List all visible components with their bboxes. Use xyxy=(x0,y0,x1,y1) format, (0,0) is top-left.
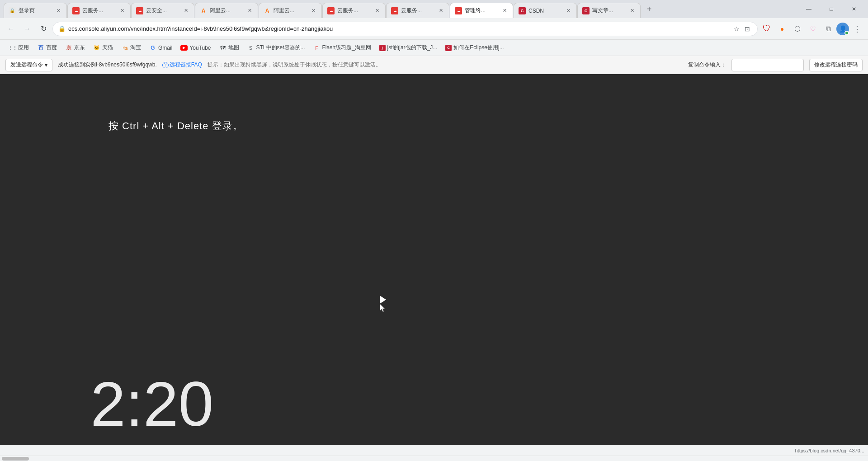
kaspersky-icon[interactable]: 🛡 xyxy=(760,22,774,36)
mouse-cursor xyxy=(380,296,385,304)
address-bar-row: ← → ↻ 🔒 ecs.console.aliyun.com/vnc/index… xyxy=(0,18,868,40)
map-icon: 🗺 xyxy=(219,44,226,52)
bookmark-youtube-label: YouTube xyxy=(189,45,211,51)
cast-icon[interactable]: ⊡ xyxy=(743,24,752,33)
bookmark-gmail-label: Gmail xyxy=(158,45,172,51)
tab-yunfuwu1[interactable]: ☁ 云服务... ✕ xyxy=(67,3,131,18)
tab-title-yunfuwu1: 云服务... xyxy=(82,7,116,14)
tab-title-yunanquan: 云安全... xyxy=(146,7,179,14)
bookmarks-bar: ⋮⋮ 应用 百 百度 京 京东 🐱 天猫 🛍 淘宝 G Gmail ▶ YouT… xyxy=(0,40,868,56)
pink-icon[interactable]: ♡ xyxy=(806,22,820,36)
vnc-tip-text: 提示：如果出现持续黑屏，说明系统处于休眠状态，按任意键可以激活。 xyxy=(208,61,683,69)
tab-favicon-guanliz: ☁ xyxy=(455,7,462,14)
send-cmd-arrow: ▾ xyxy=(45,62,47,68)
bookmark-apps-label: 应用 xyxy=(18,44,29,52)
copy-command-input[interactable] xyxy=(731,59,804,71)
bookmark-stl-label: STL中的set容器的... xyxy=(256,44,305,52)
copy-cmd-label: 复制命令输入： xyxy=(688,61,726,69)
send-remote-command-button[interactable]: 发送远程命令 ▾ xyxy=(5,59,52,71)
bookmark-youtube[interactable]: ▶ YouTube xyxy=(177,42,214,54)
bookmark-tianmao-label: 天猫 xyxy=(102,44,113,52)
avast-icon[interactable]: ● xyxy=(775,22,789,36)
vnc-screen[interactable]: 按 Ctrl + Alt + Delete 登录。 2:20 https://b… xyxy=(0,74,868,456)
new-tab-button[interactable]: + xyxy=(643,3,656,15)
bookmark-flash[interactable]: F Flash练习题_淘豆网 xyxy=(310,42,375,54)
tab-close-denglu[interactable]: ✕ xyxy=(55,7,62,14)
address-bar[interactable]: 🔒 ecs.console.aliyun.com/vnc/index.htm?i… xyxy=(52,22,758,36)
reload-button[interactable]: ↻ xyxy=(36,22,51,36)
tab-close-yunanquan[interactable]: ✕ xyxy=(182,7,189,14)
tab-title-yunfuwu2: 云服务... xyxy=(337,7,371,14)
vnc-faq-link[interactable]: ? 远程链接FAQ xyxy=(162,61,202,69)
tab-yunfuwu3[interactable]: ☁ 云服务... ✕ xyxy=(386,3,449,18)
address-icons: ☆ ⊡ xyxy=(732,24,752,33)
youtube-icon: ▶ xyxy=(180,45,188,51)
bookmark-jd[interactable]: 京 京东 xyxy=(61,42,89,54)
browser-frame: 🔒 登录页 ✕ ☁ 云服务... ✕ ☁ 云安全... ✕ A 阿里云... ✕ xyxy=(0,0,868,461)
tab-aliyun1[interactable]: A 阿里云... ✕ xyxy=(195,3,258,18)
send-cmd-label: 发送远程命令 xyxy=(10,61,43,69)
tab-yunfuwu2[interactable]: ☁ 云服务... ✕ xyxy=(322,3,386,18)
more-menu-button[interactable]: ⋮ xyxy=(850,22,864,36)
tab-close-aliyun2[interactable]: ✕ xyxy=(310,7,317,14)
tab-title-aliyun1: 阿里云... xyxy=(210,7,243,14)
tab-yunanquan[interactable]: ☁ 云安全... ✕ xyxy=(131,3,194,18)
tab-favicon-aliyun1: A xyxy=(200,7,207,14)
profile-wrap: 👤 xyxy=(836,23,849,35)
faq-circle-icon: ? xyxy=(162,62,169,68)
tab-denglu[interactable]: 🔒 登录页 ✕ xyxy=(4,3,67,18)
bookmark-apps[interactable]: ⋮⋮ 应用 xyxy=(5,42,33,54)
tianmao-icon: 🐱 xyxy=(93,44,100,52)
bookmark-jd-label: 京东 xyxy=(74,44,85,52)
bookmark-eclipse-label: 如何在Eclipse使用j... xyxy=(453,44,504,52)
scroll-thumb[interactable] xyxy=(2,457,29,461)
flash-icon: F xyxy=(313,44,321,52)
tab-guanliz[interactable]: ☁ 管理终... ✕ xyxy=(450,3,513,18)
puzzle-icon[interactable]: ⧉ xyxy=(821,22,835,36)
tab-close-yunfuwu3[interactable]: ✕ xyxy=(437,7,444,14)
window-controls: — □ ✕ xyxy=(798,2,864,16)
tab-xiewenzhang[interactable]: C 写文章... ✕ xyxy=(577,3,641,18)
bookmark-eclipse[interactable]: C 如何在Eclipse使用j... xyxy=(442,42,507,54)
maximize-button[interactable]: □ xyxy=(821,2,842,16)
tab-close-xiewenzhang[interactable]: ✕ xyxy=(628,7,636,14)
bookmark-taobao[interactable]: 🛍 淘宝 xyxy=(118,42,145,54)
baidu-icon: 百 xyxy=(37,44,44,52)
close-button[interactable]: ✕ xyxy=(844,2,864,16)
forward-button[interactable]: → xyxy=(20,22,34,36)
modify-password-button[interactable]: 修改远程连接密码 xyxy=(809,59,863,71)
bookmark-stl[interactable]: S STL中的set容器的... xyxy=(244,42,309,54)
bookmark-jstl[interactable]: j jstl的jar包的下载_J... xyxy=(376,42,441,54)
bookmark-baidu[interactable]: 百 百度 xyxy=(33,42,61,54)
tab-close-csdn[interactable]: ✕ xyxy=(565,7,572,14)
eclipse-icon: C xyxy=(445,45,452,51)
tab-close-guanliz[interactable]: ✕ xyxy=(501,7,508,14)
back-button[interactable]: ← xyxy=(4,22,18,36)
toolbar-icons: 🛡 ● ⬡ ♡ ⧉ 👤 ⋮ xyxy=(760,22,864,36)
tab-close-aliyun1[interactable]: ✕ xyxy=(246,7,253,14)
vnc-toolbar: 发送远程命令 ▾ 成功连接到实例i-8vb9nes50l6sf9wfgqwb. … xyxy=(0,56,868,74)
tab-close-yunfuwu1[interactable]: ✕ xyxy=(118,7,126,14)
extensions-icon[interactable]: ⬡ xyxy=(790,22,805,36)
tab-favicon-yunfuwu2: ☁ xyxy=(327,7,335,14)
faq-text: 远程链接FAQ xyxy=(170,61,202,69)
tab-aliyun2[interactable]: A 阿里云... ✕ xyxy=(259,3,322,18)
lock-icon: 🔒 xyxy=(58,25,66,32)
tab-favicon-aliyun2: A xyxy=(264,7,271,14)
jd-icon: 京 xyxy=(65,44,72,52)
modify-btn-label: 修改远程连接密码 xyxy=(814,61,858,69)
bookmark-taobao-label: 淘宝 xyxy=(130,44,141,52)
horizontal-scrollbar[interactable] xyxy=(0,456,868,461)
tab-close-yunfuwu2[interactable]: ✕ xyxy=(373,7,381,14)
bookmark-tianmao[interactable]: 🐱 天猫 xyxy=(90,42,117,54)
tab-title-guanliz: 管理终... xyxy=(465,7,498,14)
star-icon[interactable]: ☆ xyxy=(732,24,741,33)
tab-title-xiewenzhang: 写文章... xyxy=(592,7,626,14)
tab-csdn[interactable]: C CSDN ✕ xyxy=(514,3,577,18)
bookmark-gmail[interactable]: G Gmail xyxy=(146,42,176,54)
tab-favicon-yunanquan: ☁ xyxy=(136,7,143,14)
minimize-button[interactable]: — xyxy=(798,2,819,16)
bookmark-map[interactable]: 🗺 地图 xyxy=(216,42,243,54)
vnc-content: 按 Ctrl + Alt + Delete 登录。 2:20 xyxy=(0,74,868,445)
taobao-icon: 🛍 xyxy=(121,44,128,52)
